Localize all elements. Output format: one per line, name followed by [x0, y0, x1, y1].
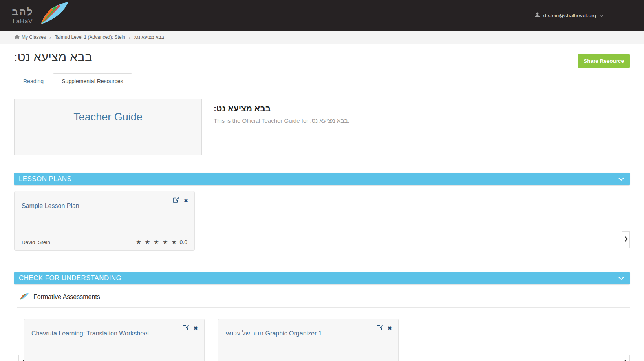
stars-icons: ★ ★ ★ ★ ★	[136, 239, 177, 245]
breadcrumb-current: בבא מציעא נט:	[134, 35, 164, 40]
rating-value: 0.0	[180, 239, 187, 245]
chevron-right-icon	[624, 359, 628, 361]
star-rating: ★ ★ ★ ★ ★0.0	[136, 239, 187, 246]
app-logo-text: להב LaHaV	[12, 7, 34, 24]
user-menu[interactable]: d.stein@shalhevet.org	[535, 12, 604, 18]
breadcrumb-separator: ›	[129, 35, 130, 40]
app-logo[interactable]: להב LaHaV	[12, 4, 69, 26]
teacher-guide-card[interactable]: Teacher Guide	[14, 99, 202, 155]
teacher-guide-description: This is the Official Teacher Guide for :…	[214, 117, 349, 124]
resource-card[interactable]: ✖ Chavruta Learning: Translation Workshe…	[24, 319, 205, 361]
logo-latin-text: LaHaV	[13, 18, 33, 24]
delete-icon[interactable]: ✖	[184, 198, 188, 203]
logo-hebrew-text: להב	[12, 7, 34, 17]
lesson-plans-header[interactable]: LESSON PLANS	[14, 173, 630, 185]
teacher-guide-section: Teacher Guide בבא מציעא נט: This is the …	[14, 99, 630, 155]
breadcrumb-my-classes[interactable]: My Classes	[15, 35, 46, 40]
breadcrumb-separator: ›	[49, 35, 51, 40]
home-icon	[15, 35, 20, 40]
user-icon	[535, 12, 540, 18]
formative-assessments-row: Formative Assessments	[17, 292, 630, 302]
breadcrumb-label: My Classes	[22, 35, 46, 40]
delete-icon[interactable]: ✖	[388, 326, 392, 331]
lesson-plans-carousel: ✖ Sample Lesson Plan David Stein ★ ★ ★ ★…	[14, 191, 630, 251]
page-title: בבא מציעא נט:	[14, 50, 92, 64]
check-for-understanding-section: CHECK FOR UNDERSTANDING Formative Assess…	[14, 272, 630, 361]
resource-card-footer: David Stein ★ ★ ★ ★ ★0.0	[15, 235, 194, 250]
cards-row: ✖ Chavruta Learning: Translation Workshe…	[24, 319, 630, 361]
chevron-right-icon	[624, 236, 628, 243]
card-actions: ✖	[183, 325, 198, 332]
check-carousel: ✖ Chavruta Learning: Translation Workshe…	[14, 319, 630, 361]
share-resource-button[interactable]: Share Resource	[578, 54, 630, 68]
breadcrumb-class[interactable]: Talmud Level 1 (Advanced): Stein	[55, 35, 125, 40]
tab-bar: Reading Supplemental Resources	[14, 73, 630, 89]
subsection-divider	[17, 307, 630, 308]
title-row: בבא מציעא נט: Share Resource	[14, 50, 630, 68]
card-actions: ✖	[377, 325, 392, 332]
lahav-feather-icon	[33, 1, 69, 26]
edit-icon[interactable]	[183, 325, 189, 332]
resource-card[interactable]: ✖ תנור של עכנאי Graphic Organizer 1	[218, 319, 399, 361]
lahav-feather-icon	[17, 292, 29, 302]
edit-icon[interactable]	[377, 325, 383, 332]
card-actions: ✖	[173, 197, 188, 204]
section-header-label: CHECK FOR UNDERSTANDING	[19, 274, 121, 282]
teacher-guide-label: Teacher Guide	[73, 111, 143, 123]
breadcrumb: My Classes › Talmud Level 1 (Advanced): …	[0, 31, 644, 44]
collapse-chevron-icon	[618, 274, 624, 282]
page-content: בבא מציעא נט: Share Resource Reading Sup…	[0, 50, 644, 361]
carousel-next-button[interactable]	[622, 355, 630, 361]
carousel-next-button[interactable]	[622, 231, 630, 248]
top-navbar: להב LaHaV d.stein@shalhevet.org	[0, 0, 644, 31]
tab-supplemental-resources[interactable]: Supplemental Resources	[53, 73, 132, 89]
collapse-chevron-icon	[618, 175, 624, 183]
section-header-label: LESSON PLANS	[19, 175, 71, 183]
resource-card-title: תנור של עכנאי Graphic Organizer 1	[225, 330, 391, 337]
resource-card-title: Chavruta Learning: Translation Worksheet	[31, 330, 197, 337]
delete-icon[interactable]: ✖	[194, 326, 198, 331]
formative-assessments-label: Formative Assessments	[33, 294, 100, 301]
chevron-down-icon	[599, 13, 604, 18]
resource-author: David Stein	[22, 239, 50, 245]
user-email: d.stein@shalhevet.org	[543, 13, 596, 18]
resource-card-title: Sample Lesson Plan	[22, 202, 187, 210]
teacher-guide-heading: בבא מציעא נט:	[214, 104, 349, 113]
edit-icon[interactable]	[173, 197, 179, 204]
tab-reading[interactable]: Reading	[14, 73, 53, 89]
resource-card[interactable]: ✖ Sample Lesson Plan David Stein ★ ★ ★ ★…	[14, 191, 195, 251]
check-for-understanding-header[interactable]: CHECK FOR UNDERSTANDING	[14, 272, 630, 284]
teacher-guide-info: בבא מציעא נט: This is the Official Teach…	[214, 99, 349, 155]
lesson-plans-section: LESSON PLANS ✖	[14, 173, 630, 251]
